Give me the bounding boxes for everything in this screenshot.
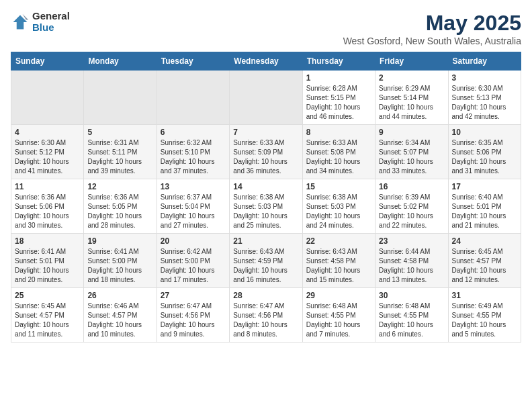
weekday-header-saturday: Saturday: [448, 52, 521, 71]
day-number: 7: [233, 128, 298, 137]
calendar-cell: 15Sunrise: 6:38 AM Sunset: 5:03 PM Dayli…: [302, 179, 375, 234]
day-number: 8: [306, 128, 371, 137]
day-number: 30: [379, 291, 444, 300]
weekday-header-friday: Friday: [375, 52, 448, 71]
calendar-cell: 24Sunrise: 6:45 AM Sunset: 4:57 PM Dayli…: [448, 234, 521, 288]
location-subtitle: West Gosford, New South Wales, Australia: [343, 36, 521, 46]
day-number: 25: [15, 291, 80, 300]
calendar-cell: 22Sunrise: 6:43 AM Sunset: 4:58 PM Dayli…: [302, 234, 375, 288]
calendar-cell: 31Sunrise: 6:49 AM Sunset: 4:55 PM Dayli…: [448, 288, 521, 342]
calendar-cell: 13Sunrise: 6:37 AM Sunset: 5:04 PM Dayli…: [157, 179, 229, 234]
calendar-cell: 14Sunrise: 6:38 AM Sunset: 5:03 PM Dayli…: [230, 179, 302, 234]
day-info: Sunrise: 6:41 AM Sunset: 5:00 PM Dayligh…: [87, 247, 152, 285]
day-number: 31: [452, 291, 517, 300]
day-info: Sunrise: 6:30 AM Sunset: 5:12 PM Dayligh…: [15, 138, 80, 176]
day-number: 29: [306, 291, 371, 300]
calendar-cell: 3Sunrise: 6:30 AM Sunset: 5:13 PM Daylig…: [448, 71, 521, 125]
calendar-table: SundayMondayTuesdayWednesdayThursdayFrid…: [11, 52, 521, 342]
day-info: Sunrise: 6:46 AM Sunset: 4:57 PM Dayligh…: [87, 302, 152, 339]
weekday-header-row: SundayMondayTuesdayWednesdayThursdayFrid…: [11, 52, 521, 71]
day-info: Sunrise: 6:44 AM Sunset: 4:58 PM Dayligh…: [379, 247, 444, 285]
day-number: 10: [452, 128, 517, 137]
day-info: Sunrise: 6:31 AM Sunset: 5:11 PM Dayligh…: [87, 138, 152, 176]
day-info: Sunrise: 6:45 AM Sunset: 4:57 PM Dayligh…: [15, 302, 80, 339]
day-number: 3: [452, 73, 517, 83]
calendar-week-3: 11Sunrise: 6:36 AM Sunset: 5:06 PM Dayli…: [11, 179, 521, 234]
day-number: 24: [452, 236, 517, 246]
calendar-week-4: 18Sunrise: 6:41 AM Sunset: 5:01 PM Dayli…: [11, 234, 521, 288]
day-number: 12: [87, 182, 152, 191]
calendar-cell: 26Sunrise: 6:46 AM Sunset: 4:57 PM Dayli…: [84, 288, 157, 342]
calendar-week-1: 1Sunrise: 6:28 AM Sunset: 5:15 PM Daylig…: [11, 71, 521, 125]
calendar-header: SundayMondayTuesdayWednesdayThursdayFrid…: [11, 52, 521, 71]
day-number: 15: [306, 182, 371, 191]
day-number: 4: [15, 128, 80, 137]
day-info: Sunrise: 6:42 AM Sunset: 5:00 PM Dayligh…: [161, 247, 226, 285]
day-info: Sunrise: 6:38 AM Sunset: 5:03 PM Dayligh…: [233, 193, 298, 230]
day-info: Sunrise: 6:49 AM Sunset: 4:55 PM Dayligh…: [452, 302, 517, 339]
day-number: 27: [161, 291, 226, 300]
day-info: Sunrise: 6:43 AM Sunset: 4:58 PM Dayligh…: [306, 247, 371, 285]
calendar-cell: 10Sunrise: 6:35 AM Sunset: 5:06 PM Dayli…: [448, 125, 521, 179]
calendar-cell: 19Sunrise: 6:41 AM Sunset: 5:00 PM Dayli…: [84, 234, 157, 288]
calendar-week-2: 4Sunrise: 6:30 AM Sunset: 5:12 PM Daylig…: [11, 125, 521, 179]
calendar-cell: 12Sunrise: 6:36 AM Sunset: 5:05 PM Dayli…: [84, 179, 157, 234]
calendar-cell: 11Sunrise: 6:36 AM Sunset: 5:06 PM Dayli…: [11, 179, 84, 234]
weekday-header-tuesday: Tuesday: [157, 52, 229, 71]
logo: General Blue: [11, 11, 70, 33]
main-title: May 2025: [343, 11, 521, 36]
calendar-week-5: 25Sunrise: 6:45 AM Sunset: 4:57 PM Dayli…: [11, 288, 521, 342]
day-info: Sunrise: 6:43 AM Sunset: 4:59 PM Dayligh…: [233, 247, 298, 285]
day-number: 14: [233, 182, 298, 191]
day-number: 21: [233, 236, 298, 246]
day-info: Sunrise: 6:35 AM Sunset: 5:06 PM Dayligh…: [452, 138, 517, 176]
logo-blue: Blue: [32, 22, 70, 34]
weekday-header-thursday: Thursday: [302, 52, 375, 71]
calendar-cell: 8Sunrise: 6:33 AM Sunset: 5:08 PM Daylig…: [302, 125, 375, 179]
day-number: 6: [161, 128, 226, 137]
page-header: General Blue May 2025 West Gosford, New …: [11, 11, 521, 46]
calendar-cell: 23Sunrise: 6:44 AM Sunset: 4:58 PM Dayli…: [375, 234, 448, 288]
day-info: Sunrise: 6:45 AM Sunset: 4:57 PM Dayligh…: [452, 247, 517, 285]
day-number: 26: [87, 291, 152, 300]
calendar-cell: [230, 71, 302, 125]
calendar-cell: [11, 71, 84, 125]
day-info: Sunrise: 6:36 AM Sunset: 5:05 PM Dayligh…: [87, 193, 152, 230]
calendar-cell: 17Sunrise: 6:40 AM Sunset: 5:01 PM Dayli…: [448, 179, 521, 234]
day-number: 18: [15, 236, 80, 246]
day-number: 13: [161, 182, 226, 191]
calendar-cell: 7Sunrise: 6:33 AM Sunset: 5:09 PM Daylig…: [230, 125, 302, 179]
day-info: Sunrise: 6:28 AM Sunset: 5:15 PM Dayligh…: [306, 84, 371, 122]
day-number: 23: [379, 236, 444, 246]
calendar-cell: 5Sunrise: 6:31 AM Sunset: 5:11 PM Daylig…: [84, 125, 157, 179]
calendar-cell: 28Sunrise: 6:47 AM Sunset: 4:56 PM Dayli…: [230, 288, 302, 342]
day-info: Sunrise: 6:48 AM Sunset: 4:55 PM Dayligh…: [306, 302, 371, 339]
logo-general: General: [32, 11, 70, 22]
day-info: Sunrise: 6:40 AM Sunset: 5:01 PM Dayligh…: [452, 193, 517, 230]
calendar-cell: 9Sunrise: 6:34 AM Sunset: 5:07 PM Daylig…: [375, 125, 448, 179]
day-info: Sunrise: 6:47 AM Sunset: 4:56 PM Dayligh…: [161, 302, 226, 339]
day-number: 28: [233, 291, 298, 300]
weekday-header-monday: Monday: [84, 52, 157, 71]
day-info: Sunrise: 6:32 AM Sunset: 5:10 PM Dayligh…: [161, 138, 226, 176]
calendar-cell: 6Sunrise: 6:32 AM Sunset: 5:10 PM Daylig…: [157, 125, 229, 179]
day-info: Sunrise: 6:38 AM Sunset: 5:03 PM Dayligh…: [306, 193, 371, 230]
day-info: Sunrise: 6:47 AM Sunset: 4:56 PM Dayligh…: [233, 302, 298, 339]
day-number: 16: [379, 182, 444, 191]
day-number: 5: [87, 128, 152, 137]
day-number: 22: [306, 236, 371, 246]
title-section: May 2025 West Gosford, New South Wales, …: [343, 11, 521, 46]
calendar-cell: 21Sunrise: 6:43 AM Sunset: 4:59 PM Dayli…: [230, 234, 302, 288]
weekday-header-wednesday: Wednesday: [230, 52, 302, 71]
calendar-cell: 29Sunrise: 6:48 AM Sunset: 4:55 PM Dayli…: [302, 288, 375, 342]
calendar-cell: [84, 71, 157, 125]
day-info: Sunrise: 6:33 AM Sunset: 5:09 PM Dayligh…: [233, 138, 298, 176]
day-number: 17: [452, 182, 517, 191]
day-number: 9: [379, 128, 444, 137]
day-info: Sunrise: 6:48 AM Sunset: 4:55 PM Dayligh…: [379, 302, 444, 339]
calendar-cell: 25Sunrise: 6:45 AM Sunset: 4:57 PM Dayli…: [11, 288, 84, 342]
calendar-cell: 1Sunrise: 6:28 AM Sunset: 5:15 PM Daylig…: [302, 71, 375, 125]
calendar-body: 1Sunrise: 6:28 AM Sunset: 5:15 PM Daylig…: [11, 71, 521, 342]
calendar-cell: 4Sunrise: 6:30 AM Sunset: 5:12 PM Daylig…: [11, 125, 84, 179]
day-info: Sunrise: 6:29 AM Sunset: 5:14 PM Dayligh…: [379, 84, 444, 122]
